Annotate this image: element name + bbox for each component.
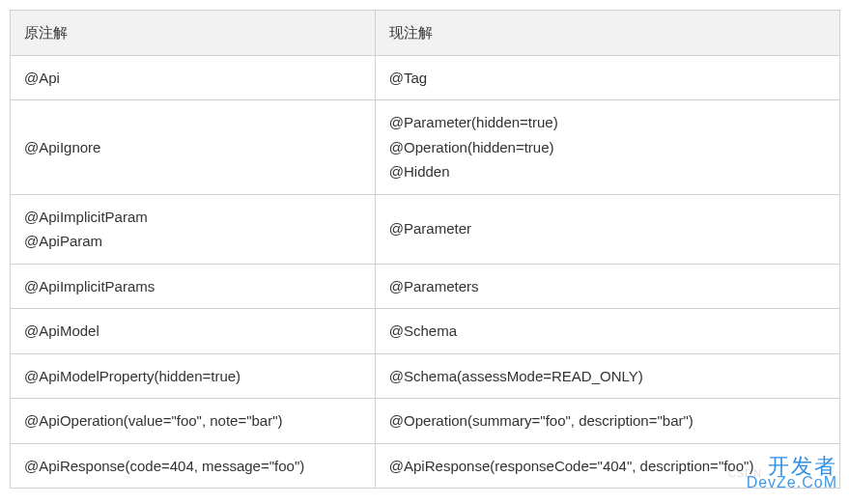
- cell-old-annotation: @ApiModel: [11, 309, 376, 354]
- cell-new-annotation: @Schema: [375, 309, 839, 354]
- annotation-text: @ApiIgnore: [24, 135, 361, 160]
- annotation-text: @Hidden: [389, 159, 826, 184]
- annotation-text: @Tag: [389, 66, 826, 91]
- table-row: @ApiModelProperty(hidden=true)@Schema(as…: [11, 353, 840, 399]
- table-row: @ApiIgnore@Parameter(hidden=true)@Operat…: [11, 100, 840, 195]
- annotation-text: @ApiParam: [24, 229, 361, 254]
- cell-old-annotation: @ApiResponse(code=404, message="foo"): [11, 443, 376, 489]
- annotation-text: @Parameters: [389, 274, 826, 299]
- annotation-text: @Parameter(hidden=true): [389, 110, 826, 135]
- annotation-text: @Operation(summary="foo", description="b…: [389, 408, 826, 434]
- annotation-text: @ApiResponse(code=404, message="foo"): [24, 454, 361, 479]
- annotation-mapping-table: 原注解 现注解 @Api@Tag@ApiIgnore@Parameter(hid…: [10, 10, 840, 489]
- header-new-annotation: 现注解: [375, 11, 839, 56]
- cell-new-annotation: @Parameter(hidden=true)@Operation(hidden…: [375, 100, 839, 195]
- cell-new-annotation: @Parameter: [375, 194, 839, 264]
- cell-old-annotation: @ApiOperation(value="foo", note="bar"): [11, 399, 376, 444]
- annotation-text: @ApiImplicitParam: [24, 205, 361, 230]
- annotation-text: @ApiModelProperty(hidden=true): [24, 364, 361, 389]
- annotation-text: @ApiResponse(responseCode="404", descrip…: [389, 454, 826, 479]
- cell-old-annotation: @ApiModelProperty(hidden=true): [11, 353, 376, 399]
- table-row: @ApiOperation(value="foo", note="bar")@O…: [11, 399, 840, 444]
- annotation-text: @ApiImplicitParams: [24, 274, 361, 299]
- cell-new-annotation: @Tag: [375, 55, 839, 100]
- annotation-text: @Api: [24, 66, 361, 91]
- cell-new-annotation: @Schema(assessMode=READ_ONLY): [375, 353, 839, 399]
- annotation-text: @Operation(hidden=true): [389, 135, 826, 160]
- annotation-text: @ApiOperation(value="foo", note="bar"): [24, 408, 361, 434]
- table-row: @Api@Tag: [11, 55, 840, 100]
- table-row: @ApiResponse(code=404, message="foo")@Ap…: [11, 443, 840, 489]
- table-row: @ApiImplicitParam@ApiParam@Parameter: [11, 194, 840, 264]
- annotation-text: @Parameter: [389, 216, 826, 241]
- cell-old-annotation: @ApiImplicitParam@ApiParam: [11, 194, 376, 264]
- cell-old-annotation: @ApiIgnore: [11, 100, 376, 195]
- annotation-text: @Schema(assessMode=READ_ONLY): [389, 364, 826, 389]
- table-body: @Api@Tag@ApiIgnore@Parameter(hidden=true…: [11, 55, 840, 489]
- cell-new-annotation: @ApiResponse(responseCode="404", descrip…: [375, 443, 839, 489]
- table-row: @ApiImplicitParams@Parameters: [11, 264, 840, 309]
- table-header-row: 原注解 现注解: [11, 11, 840, 56]
- cell-old-annotation: @Api: [11, 55, 376, 100]
- annotation-text: @Schema: [389, 319, 826, 344]
- cell-new-annotation: @Parameters: [375, 264, 839, 309]
- cell-old-annotation: @ApiImplicitParams: [11, 264, 376, 309]
- table-row: @ApiModel@Schema: [11, 309, 840, 354]
- annotation-text: @ApiModel: [24, 319, 361, 344]
- header-old-annotation: 原注解: [11, 11, 376, 56]
- cell-new-annotation: @Operation(summary="foo", description="b…: [375, 399, 839, 444]
